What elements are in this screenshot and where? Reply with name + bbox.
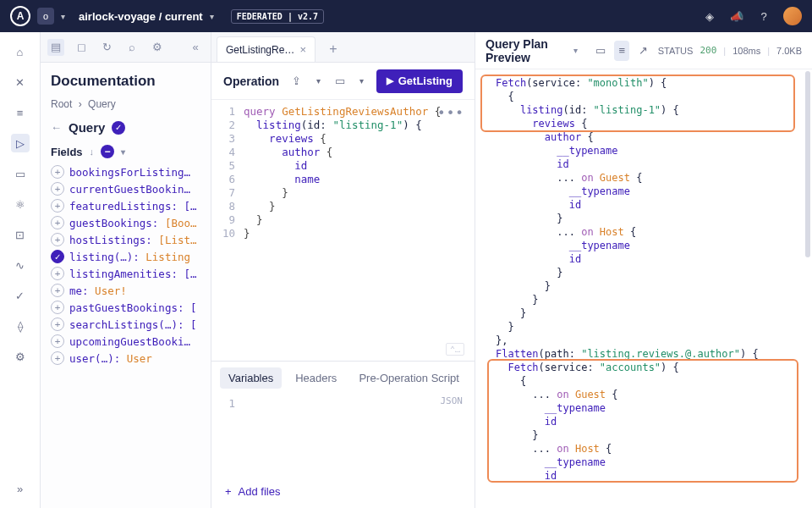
left-rail: ⌂ ✕ ≡ ▷ ▭ ⚛ ⊡ ∿ ✓ ⟠ ⚙ »: [0, 32, 41, 508]
project-breadcrumb[interactable]: airlock-voyage / current: [79, 10, 203, 23]
field-listingAmenities[interactable]: +listingAmenities: […: [51, 267, 200, 280]
crumb-leaf[interactable]: Query: [88, 98, 116, 110]
status-code: 200: [700, 45, 716, 56]
field-add-icon[interactable]: +: [51, 351, 64, 365]
field-listing[interactable]: ✓listing(…): Listing: [51, 250, 200, 263]
plan-view-text-icon[interactable]: ≡: [614, 41, 629, 61]
add-files-button[interactable]: + Add files: [211, 478, 475, 508]
field-bookingsForListing[interactable]: +bookingsForListing…: [51, 165, 200, 179]
op-save-icon[interactable]: ▭: [332, 72, 348, 91]
rail-graph-icon[interactable]: ⚛: [11, 195, 30, 213]
code-editor[interactable]: 12345678910 query GetListingReviewsAutho…: [211, 100, 475, 361]
vars-tab-pre-operation-script[interactable]: Pre-Operation Script: [350, 367, 468, 389]
field-add-icon[interactable]: +: [51, 182, 64, 196]
field-searchListings[interactable]: +searchListings(…): [: [51, 318, 200, 331]
doc-bookmark-icon[interactable]: ◻: [73, 39, 90, 56]
doc-settings-icon[interactable]: ⚙: [149, 39, 166, 56]
field-signature: guestBookings: [Boo…: [69, 217, 197, 229]
field-signature: listingAmenities: […: [69, 268, 197, 280]
doc-doc-icon[interactable]: ▤: [47, 39, 64, 56]
operation-header: Operation: [223, 75, 279, 88]
field-user[interactable]: +user(…): User: [51, 351, 200, 365]
op-chevron-icon[interactable]: ▾: [311, 72, 326, 91]
plan-popout-icon[interactable]: ↗: [636, 41, 651, 61]
back-arrow-icon[interactable]: ←: [51, 121, 62, 134]
field-featuredListings[interactable]: +featuredListings: […: [51, 199, 200, 213]
sandbox-icon[interactable]: ◈: [702, 8, 717, 24]
editor-menu-icon[interactable]: •••: [437, 105, 464, 121]
vars-tab-variables[interactable]: Variables: [220, 367, 282, 389]
editor-tab[interactable]: GetListingRe… ×: [217, 36, 315, 62]
plan-chevron-icon[interactable]: ▾: [573, 46, 578, 55]
field-add-icon[interactable]: +: [51, 334, 64, 348]
field-add-icon[interactable]: +: [51, 318, 64, 331]
field-me[interactable]: +me: User!: [51, 284, 200, 297]
fields-chevron-icon[interactable]: ▾: [121, 147, 125, 157]
field-hostListings[interactable]: +hostListings: [List…: [51, 233, 200, 246]
crumb-root[interactable]: Root: [51, 98, 72, 110]
rail-clipboard-icon[interactable]: ▭: [11, 164, 30, 183]
avatar[interactable]: [783, 7, 802, 25]
vars-tab-po[interactable]: Po: [473, 367, 475, 389]
field-add-icon[interactable]: +: [51, 199, 64, 213]
field-signature: featuredListings: […: [69, 200, 197, 213]
plan-scrollbar[interactable]: [805, 71, 810, 257]
field-signature: searchListings(…): [: [69, 318, 197, 331]
org-chevron-icon[interactable]: ▾: [61, 12, 65, 21]
field-signature: upcomingGuestBooki…: [69, 335, 190, 348]
field-pastGuestBookings[interactable]: +pastGuestBookings: [: [51, 301, 200, 314]
plan-view-tree-icon[interactable]: ▭: [593, 41, 608, 61]
resp-size: 7.0KB: [776, 46, 802, 56]
op-save-chevron-icon[interactable]: ▾: [354, 72, 370, 91]
field-add-icon[interactable]: +: [51, 233, 64, 246]
tab-add-icon[interactable]: +: [322, 38, 344, 60]
rail-explorer-icon[interactable]: ▷: [11, 134, 30, 152]
field-currentGuestBooking[interactable]: +currentGuestBookin…: [51, 182, 200, 196]
rail-schema-icon[interactable]: ✕: [11, 73, 30, 91]
rail-monitor-icon[interactable]: ⊡: [11, 225, 30, 244]
fields-collapse-icon[interactable]: −: [101, 145, 114, 158]
rail-home-icon[interactable]: ⌂: [11, 42, 30, 61]
vars-tab-headers[interactable]: Headers: [287, 367, 345, 389]
doc-history-icon[interactable]: ↻: [98, 39, 115, 56]
announce-icon[interactable]: 📣: [729, 8, 744, 24]
field-add-icon[interactable]: +: [51, 165, 64, 179]
field-add-icon[interactable]: +: [51, 267, 64, 280]
status-label: STATUS: [658, 46, 694, 56]
help-icon[interactable]: ?: [756, 8, 771, 24]
tab-label: GetListingRe…: [226, 44, 294, 56]
field-guestBookings[interactable]: +guestBookings: [Boo…: [51, 216, 200, 229]
top-bar: A o ▾ airlock-voyage / current ▾ FEDERAT…: [0, 0, 812, 32]
vars-tabs: VariablesHeadersPre-Operation ScriptPo: [211, 362, 475, 394]
latency: 108ms: [732, 46, 760, 56]
rail-checks-icon[interactable]: ✓: [11, 286, 30, 305]
project-chevron-icon[interactable]: ▾: [210, 12, 214, 21]
rail-collapse-icon[interactable]: »: [11, 479, 30, 498]
run-button[interactable]: ▶ GetListing: [376, 69, 463, 93]
tab-close-icon[interactable]: ×: [299, 43, 306, 56]
apollo-logo: A: [10, 6, 30, 26]
play-icon: ▶: [387, 75, 393, 86]
query-plan-panel: Query Plan Preview ▾ ▭ ≡ ↗ STATUS 200 | …: [475, 32, 812, 508]
field-signature: user(…): User: [69, 352, 152, 365]
plan-title: Query Plan Preview: [486, 37, 567, 64]
field-add-icon[interactable]: +: [51, 216, 64, 229]
org-chip[interactable]: o: [37, 8, 54, 25]
doc-collapse-icon[interactable]: «: [187, 39, 204, 56]
op-share-icon[interactable]: ⇪: [289, 72, 304, 91]
rail-settings-icon[interactable]: ⚙: [11, 347, 30, 366]
rail-launch-icon[interactable]: ⟠: [11, 317, 30, 335]
run-label: GetListing: [398, 75, 453, 87]
rail-changes-icon[interactable]: ≡: [11, 103, 30, 122]
doc-search-icon[interactable]: ⌕: [123, 39, 140, 56]
type-check-icon[interactable]: ✓: [112, 121, 125, 135]
documentation-panel: ▤ ◻ ↻ ⌕ ⚙ « Documentation Root › Query ←…: [41, 32, 211, 508]
vars-editor[interactable]: 1 JSON: [211, 394, 475, 478]
field-add-icon[interactable]: ✓: [51, 250, 64, 263]
field-add-icon[interactable]: +: [51, 284, 64, 297]
rail-metrics-icon[interactable]: ∿: [11, 256, 30, 274]
plan-body[interactable]: Fetch(service: "monolith") { { listing(i…: [475, 69, 812, 508]
sort-icon[interactable]: ↓: [90, 146, 95, 157]
field-upcomingGuestBooking[interactable]: +upcomingGuestBooki…: [51, 334, 200, 348]
field-add-icon[interactable]: +: [51, 301, 64, 314]
